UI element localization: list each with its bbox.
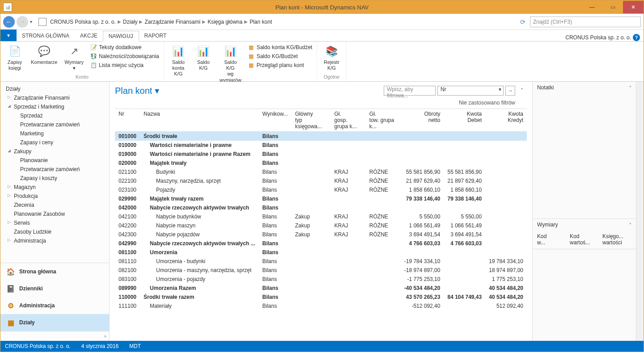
nav-bottom-item[interactable]: ⚙Administracja — [0, 297, 109, 314]
filter-go-button[interactable]: → — [505, 86, 515, 96]
page-title[interactable]: Plan kont ▾ — [115, 85, 159, 96]
refresh-icon[interactable]: ⟳ — [520, 18, 525, 25]
forward-button[interactable]: → — [17, 16, 28, 28]
filter-expand[interactable]: ˅ — [517, 86, 527, 96]
ribbon-small-button[interactable]: 📝Teksty dodatkowe — [89, 43, 160, 51]
table-row[interactable]: 029990Majątek trwały razemBilans79 338 1… — [115, 194, 527, 203]
chevron-right-icon: ▶ — [244, 19, 248, 24]
vertical-scrollbar[interactable] — [636, 82, 644, 341]
table-row[interactable]: 089990Umorzenia RazemBilans-40 534 484,2… — [115, 284, 527, 293]
search-input[interactable]: Znajdź (Ctrl+F3) — [530, 17, 641, 27]
table-row[interactable]: 021100BudynkiBilansKRAJRÓŻNE55 581 856,9… — [115, 168, 527, 176]
nav-bottom-item[interactable]: ▦Działy — [0, 314, 109, 331]
ribbon-tab[interactable]: RAPORT — [139, 31, 172, 41]
tree-item[interactable]: Marketing — [0, 129, 109, 138]
column-header[interactable]: Nr — [115, 109, 140, 132]
filter-input[interactable]: Wpisz, aby filtrowa... — [384, 86, 436, 96]
column-header[interactable]: KwotaDebet — [444, 109, 485, 132]
ribbon-button[interactable]: 📄Zapisyksięgi — [4, 43, 25, 72]
column-header[interactable]: Gł.gosp. grupa k... — [331, 109, 366, 132]
ribbon-button[interactable]: 📊SaldoK/Gwgwymiarów — [218, 43, 243, 84]
tree-item[interactable]: Przetwarzanie zamówień — [0, 165, 109, 174]
table-row[interactable]: 042100Nabycie budynkówBilansZakupKRAJRÓŻ… — [115, 212, 527, 221]
tree-item[interactable]: ▷Serwis — [0, 218, 109, 227]
column-header[interactable]: Nazwa — [140, 109, 258, 132]
dimension-column-header[interactable]: Księgo...wartości — [602, 233, 631, 246]
tree-item[interactable]: ▷Produkcja — [0, 192, 109, 201]
table-row[interactable]: 001000Środki trwałeBilans — [115, 132, 527, 141]
column-header[interactable]: Gł.tow. grupa k... — [366, 109, 401, 132]
ribbon-small-button[interactable]: ▦Saldo KG/Budżet — [247, 52, 314, 60]
dimension-column-header[interactable]: Kodw... — [537, 233, 566, 246]
tree-item[interactable]: Zapasy i koszty — [0, 174, 109, 183]
history-dropdown[interactable]: ▾ — [30, 19, 32, 24]
breadcrumb-item[interactable]: CRONUS Polska sp. z o. o. — [50, 19, 116, 25]
ribbon-button[interactable]: 📊SaldokontaK/G — [168, 43, 189, 78]
tree-item[interactable]: ▷Magazyn — [0, 183, 109, 192]
table-row[interactable]: 022100Maszyny, narzędzia, sprzętBilansKR… — [115, 176, 527, 185]
ribbon-small-button[interactable]: ▦Przegląd planu kont — [247, 61, 314, 69]
table-row[interactable]: 019000Wartości niematerialne i prawne Ra… — [115, 150, 527, 159]
back-button[interactable]: ← — [3, 16, 15, 28]
maximize-button[interactable]: ▭ — [602, 1, 623, 13]
tree-item[interactable]: Zapasy i ceny — [0, 138, 109, 147]
ribbon-icon: ↗ — [67, 44, 81, 59]
breadcrumb-item[interactable]: Księga główna — [208, 19, 242, 25]
tree-item[interactable]: ◢Sprzedaż i Marketing — [0, 102, 109, 111]
column-header[interactable]: Obrotynetto — [401, 109, 444, 132]
ribbon-small-button[interactable]: 💱Należności/zobowiązania — [89, 52, 160, 60]
chevron-right-icon: ▶ — [139, 19, 143, 24]
table-row[interactable]: 081110Umorzenia - budynkiBilans-19 784 3… — [115, 257, 527, 266]
tree-item[interactable]: Zasoby Ludzkie — [0, 227, 109, 236]
ribbon-tab[interactable]: NAWIGUJ — [103, 31, 139, 42]
table-row[interactable]: 020000Majątek trwałyBilans — [115, 159, 527, 168]
table-row[interactable]: 042300Nabycie pojazdówBilansZakupKRAJRÓŻ… — [115, 230, 527, 239]
nav-collapse[interactable]: » — [0, 331, 109, 341]
nav-bottom-item[interactable]: 📓Dzienniki — [0, 280, 109, 297]
table-row[interactable]: 111100MateriałyBilans-512 092,40512 092,… — [115, 302, 527, 310]
column-header[interactable]: Wynikow... — [258, 109, 291, 132]
breadcrumb-item[interactable]: Plan kont — [250, 19, 272, 25]
ribbon-button[interactable]: ↗Wymiary▾ — [63, 43, 85, 72]
ribbon-button[interactable]: 📚RejestrK/G — [321, 43, 342, 72]
table-row[interactable]: 010000Wartości niematerialne i prawneBil… — [115, 141, 527, 150]
tree-item[interactable]: Zlecenia — [0, 201, 109, 210]
tree-item[interactable]: ◢Zakupy — [0, 147, 109, 156]
help-icon[interactable]: ? — [633, 34, 640, 41]
column-header[interactable]: Głównytyp księgowa... — [292, 109, 331, 132]
grid[interactable]: NrNazwaWynikow...Głównytyp księgowa...Gł… — [115, 109, 527, 341]
tree-item[interactable]: Sprzedaż — [0, 111, 109, 120]
tree-item[interactable]: Planowanie Zasobów — [0, 210, 109, 218]
table-row[interactable]: 042000Nabycie rzeczowych aktywów trwałyc… — [115, 203, 527, 212]
table-row[interactable]: 083100Umorzenia - pojazdyBilans-1 775 25… — [115, 275, 527, 284]
table-row[interactable]: 042990Nabycie rzeczowych aktywów trwałyc… — [115, 239, 527, 248]
breadcrumb-item[interactable]: Zarządzanie Finansami — [144, 19, 200, 25]
nav-bottom-item[interactable]: 🏠Strona główna — [0, 263, 109, 280]
ribbon-button[interactable]: 💬Komentarze — [29, 43, 59, 66]
ribbon-button[interactable]: 📊SaldoK/G — [193, 43, 214, 72]
tree-root[interactable]: Działy — [0, 84, 109, 93]
panel-notes-header[interactable]: Notatki ˄ — [533, 82, 636, 93]
table-row[interactable]: 082100Umorzenia - maszyny, narzędzia, sp… — [115, 266, 527, 275]
table-row[interactable]: 081100UmorzeniaBilans — [115, 248, 527, 257]
panel-dimensions-header[interactable]: Wymiary ˄ — [533, 219, 636, 230]
filter-field-select[interactable]: Nr — [437, 86, 504, 96]
table-row[interactable]: 110000Środki trwałe razemBilans43 570 26… — [115, 293, 527, 302]
close-button[interactable]: ✕ — [623, 1, 644, 13]
minimize-button[interactable]: — — [582, 1, 602, 13]
ribbon: 📄Zapisyksięgi💬Komentarze↗Wymiary▾📝Teksty… — [0, 42, 644, 82]
table-row[interactable]: 042200Nabycie maszynBilansZakupKRAJRÓŻNE… — [115, 221, 527, 230]
ribbon-tab[interactable]: STRONA GŁÓWNA — [17, 31, 75, 41]
tree-item[interactable]: ▷Administracja — [0, 236, 109, 245]
breadcrumb-item[interactable]: Działy — [123, 19, 138, 25]
ribbon-tab[interactable]: AKCJE — [75, 31, 103, 41]
ribbon-small-button[interactable]: ▦Saldo konta KG/Budżet — [247, 43, 314, 51]
tree-item[interactable]: Przetwarzanie zamówień — [0, 120, 109, 129]
tree-item[interactable]: ▷Zarządzanie Finansami — [0, 93, 109, 102]
dimension-column-header[interactable]: Kodwartoś... — [570, 233, 599, 246]
file-menu[interactable]: ▼ — [0, 29, 17, 41]
ribbon-small-button[interactable]: 📋Lista miejsc użycia — [89, 61, 160, 69]
table-row[interactable]: 023100PojazdyBilansKRAJRÓŻNE1 858 660,10… — [115, 185, 527, 194]
tree-item[interactable]: Planowanie — [0, 156, 109, 165]
column-header[interactable]: KwotaKredyt — [485, 109, 527, 132]
